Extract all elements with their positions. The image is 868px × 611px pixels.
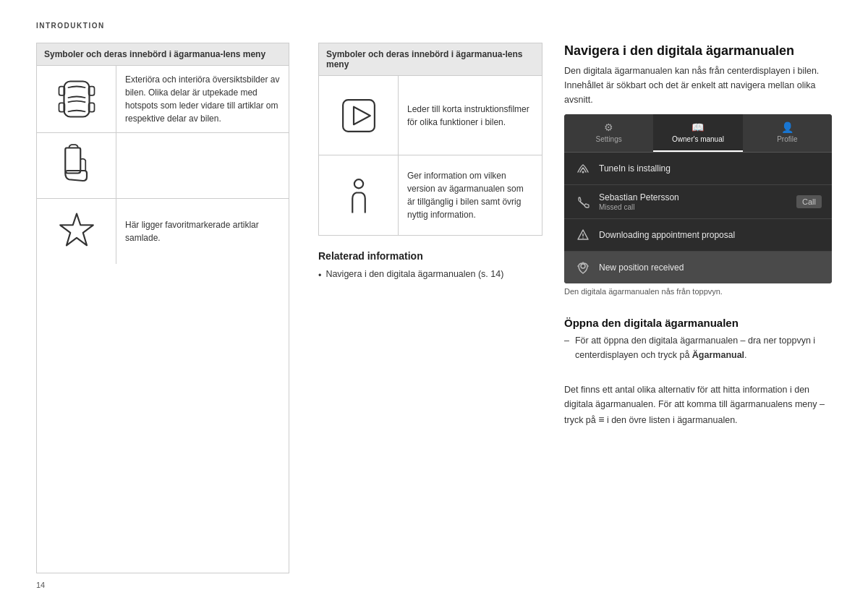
related-info-text: Navigera i den digitala ägarmanualen (s.… [326, 268, 503, 281]
appointment-title: Downloading appointment proposal [599, 230, 822, 240]
appointment-text: Downloading appointment proposal [599, 230, 822, 240]
symbol-table-2: Symboler och deras innebörd i ägarmanua-… [318, 43, 542, 236]
table-row [37, 133, 289, 199]
sebastian-title: Sebastian Petersson [599, 192, 789, 202]
middle-section: Symboler och deras innebörd i ägarmanua-… [318, 43, 542, 573]
list-item-sebastian: Sebastian Petersson Missed call Call [564, 185, 832, 219]
symbol-table-2-header: Symboler och deras innebörd i ägarmanua-… [319, 43, 542, 76]
info-symbol [319, 155, 399, 235]
tab-owners-manual-label: Owner's manual [672, 135, 724, 143]
profile-icon: 👤 [781, 121, 793, 133]
svg-point-12 [581, 264, 585, 268]
ui-caption: Den digitala ägarmanualen nås från toppv… [564, 287, 832, 296]
agermanual-bold: Ägarmanual [692, 350, 744, 360]
symbol-table-1: Symboler och deras innebörd i ägarmanua-… [36, 43, 289, 573]
page: INTRODUKTION Symboler och deras innebörd… [0, 0, 868, 611]
book-icon: 📖 [692, 121, 704, 133]
dash-icon: – [564, 333, 569, 348]
car-description: Exteriöra och interiöra översiktsbilder … [116, 66, 289, 132]
call-action[interactable]: Call [796, 195, 822, 208]
svg-point-8 [354, 179, 362, 188]
info-block: Det finns ett antal olika alternativ för… [564, 383, 832, 435]
position-text: New position received [599, 262, 822, 273]
symbol-table-1-header: Symboler och deras innebörd i ägarmanua-… [37, 43, 289, 66]
table-row: Ger information om vilken version av äga… [319, 155, 542, 235]
table-row: Exteriöra och interiöra översiktsbilder … [37, 66, 289, 133]
svg-point-11 [582, 238, 584, 239]
tab-profile-label: Profile [777, 135, 797, 143]
ui-mockup: ⚙ Settings 📖 Owner's manual 👤 Profile [564, 114, 832, 283]
related-info-item: • Navigera i den digitala ägarmanualen (… [318, 268, 542, 283]
hamburger-icon: ≡ [598, 414, 604, 425]
content-row: Symboler och deras innebörd i ägarmanua-… [36, 43, 832, 573]
info-text: Det finns ett antal olika alternativ för… [564, 383, 832, 427]
tab-settings-label: Settings [596, 135, 622, 143]
list-item-appointment: Downloading appointment proposal [564, 219, 832, 252]
tab-settings[interactable]: ⚙ Settings [564, 114, 653, 152]
page-header: INTRODUKTION [36, 22, 832, 30]
list-item-position: New position received [564, 252, 832, 283]
open-title: Öppna den digitala ägarmanualen [564, 317, 832, 329]
position-title: New position received [599, 262, 822, 273]
star-description: Här ligger favoritmarkerade artiklar sam… [116, 199, 289, 264]
header-title: INTRODUKTION [36, 22, 105, 30]
tab-profile[interactable]: 👤 Profile [743, 114, 832, 152]
info-description: Ger information om vilken version av äga… [399, 155, 542, 235]
list-item-tunein: TuneIn is installing [564, 153, 832, 185]
svg-point-9 [582, 171, 584, 174]
alert-icon [574, 226, 592, 244]
table-row: Här ligger favoritmarkerade artiklar sam… [37, 199, 289, 264]
ui-tabs: ⚙ Settings 📖 Owner's manual 👤 Profile [564, 114, 832, 153]
settings-icon: ⚙ [604, 121, 613, 133]
section-divider [289, 43, 304, 573]
open-step-text: För att öppna den digitala ägarmanualen … [575, 333, 832, 362]
sebastian-text: Sebastian Petersson Missed call [599, 192, 789, 211]
intro-text: Den digitala ägarmanualen kan nås från c… [564, 64, 832, 107]
sebastian-subtitle: Missed call [599, 203, 789, 211]
table-row: Leder till korta instruktionsfilmer för … [319, 76, 542, 155]
bullet-icon: • [318, 269, 321, 283]
right-section: Navigera i den digitala ägarmanualen Den… [564, 43, 832, 573]
related-info-title: Relaterad information [318, 250, 542, 262]
related-info: Relaterad information • Navigera i den d… [318, 250, 542, 283]
seat-symbol [37, 133, 116, 198]
svg-marker-7 [354, 106, 370, 124]
tab-owners-manual[interactable]: 📖 Owner's manual [653, 114, 742, 152]
open-block: Öppna den digitala ägarmanualen – För at… [564, 317, 832, 365]
open-step: – För att öppna den digitala ägarmanuale… [564, 333, 832, 362]
signal-icon [574, 160, 592, 177]
phone-icon [574, 193, 592, 210]
play-symbol [319, 76, 399, 155]
car-symbol [37, 66, 116, 132]
navigate-block: Navigera i den digitala ägarmanualen Den… [564, 43, 832, 299]
play-description: Leder till korta instruktionsfilmer för … [399, 76, 542, 155]
tunein-text: TuneIn is installing [599, 163, 822, 174]
location-icon [574, 259, 592, 276]
seat-description [116, 133, 289, 198]
page-number: 14 [36, 573, 832, 589]
left-section: Symboler och deras innebörd i ägarmanua-… [36, 43, 542, 573]
svg-marker-5 [60, 214, 93, 246]
main-title: Navigera i den digitala ägarmanualen [564, 43, 832, 59]
star-symbol [37, 199, 116, 264]
tunein-title: TuneIn is installing [599, 163, 822, 174]
